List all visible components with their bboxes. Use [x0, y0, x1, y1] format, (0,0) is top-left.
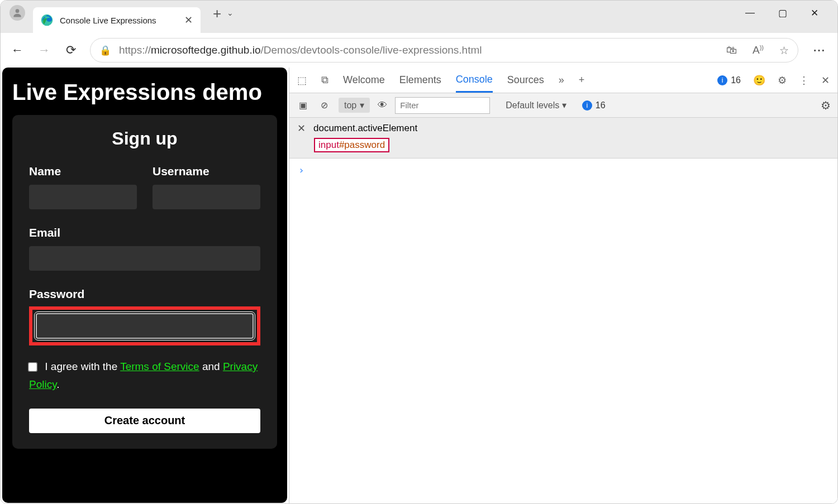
devtools-panel: ⬚ ⧉ Welcome Elements Console Sources » +… — [289, 68, 837, 504]
devtools-tabbar: ⬚ ⧉ Welcome Elements Console Sources » +… — [289, 68, 837, 93]
console-settings-icon[interactable]: ⚙ — [821, 99, 831, 112]
page-title: Live Expressions demo — [12, 80, 277, 105]
signup-card: Sign up Name Username Email Password — [12, 115, 277, 449]
close-window-button[interactable]: ✕ — [811, 7, 818, 19]
email-label: Email — [29, 226, 260, 239]
signup-heading: Sign up — [29, 128, 260, 149]
favorite-icon[interactable]: ☆ — [779, 44, 789, 57]
browser-tabstrip: Console Live Expressions ✕ + ⌄ — ▢ ✕ — [1, 1, 837, 33]
browser-navbar: ← → ⟳ 🔒 https://microsoftedge.github.io/… — [1, 33, 837, 68]
password-input[interactable] — [36, 313, 254, 339]
context-selector[interactable]: top ▾ — [339, 98, 370, 113]
tab-console[interactable]: Console — [456, 74, 493, 93]
console-toolbar: ▣ ⊘ top ▾ 👁 Default levels ▾ i 16 ⚙ — [289, 93, 837, 118]
console-prompt[interactable]: › — [289, 159, 837, 181]
more-tabs-icon[interactable]: » — [559, 74, 564, 86]
toolbar-issues[interactable]: i 16 — [582, 100, 606, 111]
tab-welcome[interactable]: Welcome — [343, 74, 385, 92]
live-expression-code[interactable]: document.activeElement — [313, 123, 417, 134]
address-bar[interactable]: 🔒 https://microsoftedge.github.io/Demos/… — [90, 38, 798, 63]
name-label: Name — [29, 165, 137, 178]
info-dot-icon: i — [717, 75, 727, 85]
agree-checkbox[interactable] — [28, 363, 37, 372]
name-input[interactable] — [29, 185, 137, 209]
browser-tab[interactable]: Console Live Expressions ✕ — [33, 7, 201, 33]
agree-row: I agree with the Terms of Service and Pr… — [29, 358, 260, 394]
settings-icon[interactable]: ⚙ — [778, 74, 787, 87]
add-tab-icon[interactable]: + — [579, 74, 585, 86]
info-dot-icon: i — [582, 100, 592, 111]
toggle-sidebar-icon[interactable]: ▣ — [296, 100, 310, 111]
minimize-button[interactable]: — — [745, 7, 755, 19]
maximize-button[interactable]: ▢ — [778, 7, 787, 19]
clear-console-icon[interactable]: ⊘ — [317, 100, 331, 111]
kebab-icon[interactable]: ⋮ — [799, 74, 809, 87]
issues-counter[interactable]: i 16 — [717, 75, 741, 85]
live-expression-block: ✕ document.activeElement input#password — [289, 118, 837, 159]
password-label: Password — [29, 287, 260, 301]
window-controls: — ▢ ✕ — [745, 7, 818, 19]
levels-dropdown[interactable]: Default levels ▾ — [506, 100, 566, 111]
url-text: https://microsoftedge.github.io/Demos/de… — [119, 44, 482, 56]
live-expression-icon[interactable]: 👁 — [378, 100, 387, 111]
filter-input[interactable] — [395, 97, 490, 114]
close-devtools-icon[interactable]: ✕ — [821, 74, 830, 87]
feedback-icon[interactable]: 🙂 — [753, 74, 765, 87]
create-account-button[interactable]: Create account — [29, 409, 260, 433]
profile-avatar[interactable] — [9, 5, 25, 21]
read-aloud-icon[interactable]: A)) — [753, 44, 764, 57]
remove-expression-icon[interactable]: ✕ — [297, 122, 306, 135]
tab-title: Console Live Expressions — [60, 16, 156, 25]
close-tab-icon[interactable]: ✕ — [184, 14, 193, 26]
device-icon[interactable]: ⧉ — [321, 74, 328, 86]
lock-icon: 🔒 — [99, 45, 111, 56]
page-content: Live Expressions demo Sign up Name Usern… — [2, 68, 287, 503]
live-expression-result: input#password — [314, 138, 389, 152]
tab-sources[interactable]: Sources — [507, 74, 544, 92]
person-icon — [12, 7, 23, 18]
tabs-chevron-icon[interactable]: ⌄ — [227, 8, 234, 17]
password-highlight — [29, 306, 260, 345]
edge-icon — [41, 14, 53, 26]
browser-more-button[interactable]: ⋯ — [813, 43, 825, 57]
username-label: Username — [153, 165, 260, 178]
svg-point-0 — [16, 9, 20, 13]
username-input[interactable] — [153, 185, 260, 209]
dropdown-icon: ▾ — [360, 100, 364, 111]
new-tab-button[interactable]: + — [213, 5, 221, 22]
forward-button: → — [33, 39, 55, 61]
inspect-icon[interactable]: ⬚ — [297, 74, 307, 87]
email-input[interactable] — [29, 246, 260, 271]
tab-elements[interactable]: Elements — [399, 74, 441, 92]
shopping-icon[interactable]: 🛍︎ — [726, 44, 737, 57]
refresh-button[interactable]: ⟳ — [60, 39, 82, 61]
back-button[interactable]: ← — [6, 39, 28, 61]
tos-link[interactable]: Terms of Service — [120, 361, 199, 372]
